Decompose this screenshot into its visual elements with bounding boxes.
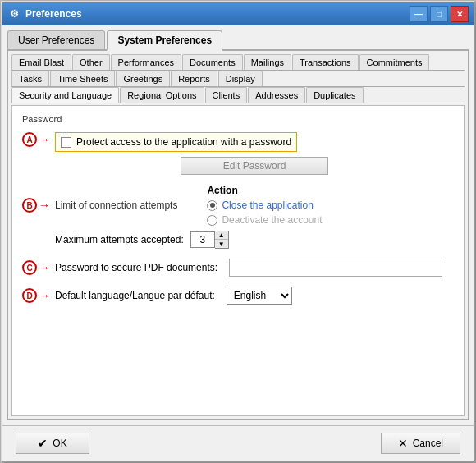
app-icon: ⚙ — [7, 7, 21, 21]
radio-close-app: Close the application — [207, 199, 322, 211]
marker-c-arrow: → — [39, 261, 50, 274]
maximize-button[interactable]: □ — [430, 6, 448, 22]
marker-a-circle: A — [22, 132, 37, 147]
row-b: B → Limit of connection attempts Action … — [22, 185, 454, 249]
marker-a-arrow: → — [39, 133, 50, 146]
main-content: User Preferences System Preferences Emai… — [2, 25, 474, 425]
tab-other[interactable]: Other — [72, 54, 110, 70]
language-select[interactable]: English Français Español — [227, 287, 292, 305]
max-attempts-row: Maximum attempts accepted: ▲ ▼ — [55, 231, 454, 249]
tab-user-preferences[interactable]: User Preferences — [7, 30, 105, 49]
close-button[interactable]: ✕ — [451, 6, 469, 22]
protect-checkbox[interactable] — [61, 137, 71, 148]
cancel-icon: ✕ — [398, 437, 408, 450]
marker-d-arrow: → — [39, 289, 50, 302]
radio-deactivate: Deactivate the account — [207, 214, 322, 226]
tab-tasks[interactable]: Tasks — [11, 71, 49, 86]
tab-email-blast[interactable]: Email Blast — [11, 54, 71, 70]
spinner-up[interactable]: ▲ — [215, 232, 228, 240]
action-option1-label: Close the application — [222, 199, 313, 211]
tab-mailings[interactable]: Mailings — [244, 54, 291, 70]
outer-tab-bar: User Preferences System Preferences — [7, 30, 469, 51]
tab-performances[interactable]: Performances — [111, 54, 181, 70]
spinner-down[interactable]: ▼ — [215, 240, 228, 248]
tab-transactions[interactable]: Transactions — [292, 54, 359, 70]
row-b-header: B → Limit of connection attempts Action … — [22, 185, 454, 226]
edit-password-button[interactable]: Edit Password — [181, 157, 328, 175]
tab-reports[interactable]: Reports — [171, 71, 217, 86]
marker-b: B → — [22, 198, 50, 213]
marker-d-circle: D — [22, 288, 37, 303]
row-a: A → Protect access to the application wi… — [22, 132, 454, 152]
radio-deactivate-input[interactable] — [207, 215, 217, 226]
spinner-buttons: ▲ ▼ — [215, 231, 229, 249]
marker-d: D → — [22, 288, 50, 303]
marker-b-arrow: → — [39, 199, 50, 212]
password-section: Password A → Protect access to the appli… — [22, 114, 454, 175]
attempts-spinner: ▲ ▼ — [190, 231, 229, 249]
row-d: D → Default language/Langue par défaut: … — [22, 287, 454, 305]
preferences-window: ⚙ Preferences — □ ✕ User Preferences Sys… — [1, 1, 475, 462]
tab-commitments[interactable]: Commitments — [359, 54, 430, 70]
radio-close-app-input[interactable] — [207, 200, 217, 211]
attempts-input[interactable] — [190, 232, 215, 248]
titlebar: ⚙ Preferences — □ ✕ — [2, 2, 474, 25]
form-area: Password A → Protect access to the appli… — [11, 105, 465, 416]
marker-b-circle: B — [22, 198, 37, 213]
window-title: Preferences — [25, 8, 410, 20]
bottom-bar: ✔ OK ✕ Cancel — [2, 425, 474, 461]
ok-button[interactable]: ✔ OK — [16, 433, 89, 454]
action-group: Action Close the application Deactivate … — [207, 185, 322, 226]
tab-greetings[interactable]: Greetings — [116, 71, 170, 86]
protect-label: Protect access to the application with a… — [76, 136, 291, 148]
pdf-password-input[interactable] — [229, 259, 442, 277]
tab-regional-options[interactable]: Regional Options — [120, 87, 204, 103]
action-option2-label: Deactivate the account — [222, 214, 322, 226]
marker-c-circle: C — [22, 260, 37, 275]
cancel-label: Cancel — [413, 438, 443, 449]
tab-documents[interactable]: Documents — [182, 54, 243, 70]
row-c: C → Password to secure PDF documents: — [22, 259, 454, 277]
ok-label: OK — [53, 438, 66, 449]
marker-a: A → — [22, 132, 50, 147]
marker-c: C → — [22, 260, 50, 275]
titlebar-buttons: — □ ✕ — [410, 6, 469, 22]
inner-tab-row1: Email Blast Other Performances Documents… — [11, 54, 465, 71]
inner-tab-row3: Security and Language Regional Options C… — [11, 87, 465, 103]
tab-security-language[interactable]: Security and Language — [11, 87, 119, 103]
tab-panel: Email Blast Other Performances Documents… — [7, 51, 469, 420]
action-title: Action — [207, 185, 322, 196]
cancel-button[interactable]: ✕ Cancel — [381, 433, 460, 454]
limit-label: Limit of connection attempts — [55, 199, 177, 211]
tab-clients[interactable]: Clients — [205, 87, 248, 103]
inner-tab-row2: Tasks Time Sheets Greetings Reports Disp… — [11, 71, 465, 87]
minimize-button[interactable]: — — [410, 6, 428, 22]
tab-display[interactable]: Display — [218, 71, 263, 86]
max-attempts-label: Maximum attempts accepted: — [55, 234, 184, 245]
protect-password-box: Protect access to the application with a… — [55, 132, 297, 152]
lang-label: Default language/Langue par défaut: — [55, 290, 215, 301]
ok-icon: ✔ — [38, 437, 48, 450]
pdf-label: Password to secure PDF documents: — [55, 262, 217, 273]
tab-time-sheets[interactable]: Time Sheets — [50, 71, 115, 86]
password-section-label: Password — [22, 114, 454, 124]
tab-duplicates[interactable]: Duplicates — [306, 87, 363, 103]
tab-system-preferences[interactable]: System Preferences — [107, 30, 222, 51]
tab-addresses[interactable]: Addresses — [248, 87, 305, 103]
